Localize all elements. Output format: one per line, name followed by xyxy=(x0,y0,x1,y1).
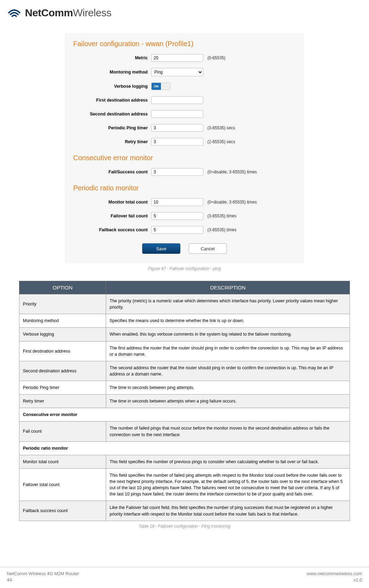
retry-timer-label: Retry timer xyxy=(73,139,151,144)
metric-label: Metric xyxy=(73,55,151,60)
cem-title: Consecutive error monitor xyxy=(73,154,296,162)
second-dest-input[interactable] xyxy=(151,110,203,118)
table-row: Verbose loggingWhen enabled, this logs v… xyxy=(19,328,350,341)
footer-url: www.netcommwireless.com xyxy=(307,571,362,577)
metric-hint: (0-65535) xyxy=(207,55,225,60)
footer-version: v1.0 xyxy=(307,577,362,583)
fail-success-hint: (0=disable, 3-65535) times xyxy=(207,170,257,174)
footer-page: 44 xyxy=(7,577,79,583)
retry-timer-input[interactable] xyxy=(151,138,203,146)
fail-success-label: Fail/Success count xyxy=(73,170,151,174)
fail-success-input[interactable] xyxy=(151,168,203,176)
failover-fail-input[interactable] xyxy=(151,212,203,220)
table-row: Failover total countThis field specifies… xyxy=(19,468,350,501)
failback-success-input[interactable] xyxy=(151,226,203,234)
figure-caption: Figure 47 - Failover configuration - pin… xyxy=(19,266,350,271)
page-footer: NetComm Wireless 4G M2M Router 44 www.ne… xyxy=(0,567,369,588)
table-row: Monitoring methodSpecifies the means use… xyxy=(19,314,350,328)
monitoring-select[interactable]: Ping xyxy=(151,68,203,76)
brand-name: NetCommWireless xyxy=(25,7,111,19)
monitoring-label: Montoring method xyxy=(73,70,151,75)
table-row: Periodic Ping timerThe time in seconds b… xyxy=(19,381,350,395)
failover-config-panel: Failover configuration - wwan (Profile1)… xyxy=(65,33,304,263)
first-dest-label: First destination address xyxy=(73,98,151,103)
first-dest-input[interactable] xyxy=(151,96,203,104)
failback-success-hint: (3-65535) times xyxy=(207,227,237,232)
table-row: PriorityThe priority (metric) is a numer… xyxy=(19,294,350,314)
th-description: DESCRIPTION xyxy=(106,281,350,294)
metric-input[interactable] xyxy=(151,54,203,62)
second-dest-label: Second destination address xyxy=(73,112,151,116)
ping-timer-label: Periodic Ping timer xyxy=(73,126,151,130)
config-title: Failover configuration - wwan (Profile1) xyxy=(73,40,296,48)
retry-timer-hint: (2-65535) secs xyxy=(207,139,235,144)
cancel-button[interactable]: Cancel xyxy=(189,243,227,254)
failback-success-label: Failback success count xyxy=(73,227,151,232)
prm-title: Periodic ratio monitor xyxy=(73,184,296,192)
monitor-total-hint: (0=disable, 3-65535) times xyxy=(207,200,257,205)
toggle-off-label xyxy=(161,83,170,90)
page-header: NetCommWireless xyxy=(0,0,369,23)
description-table: OPTION DESCRIPTION PriorityThe priority … xyxy=(19,281,350,521)
table-subhead: Consecutive error monitor xyxy=(19,408,350,422)
verbose-label: Verbose logging xyxy=(73,84,151,89)
table-row: Retry timerThe time in seconds between a… xyxy=(19,395,350,408)
save-button[interactable]: Save xyxy=(142,243,180,254)
monitor-total-input[interactable] xyxy=(151,198,203,206)
th-option: OPTION xyxy=(19,281,106,294)
table-row: Monitor total countThis field specifies … xyxy=(19,455,350,468)
verbose-toggle[interactable]: ON xyxy=(151,83,171,90)
footer-product: NetComm Wireless 4G M2M Router xyxy=(7,571,79,577)
toggle-on-label: ON xyxy=(152,83,161,90)
table-row: Fail countThe number of failed pings tha… xyxy=(19,422,350,441)
ping-timer-hint: (3-65535) secs xyxy=(207,126,235,130)
failover-fail-hint: (3-65535) times xyxy=(207,214,237,218)
table-subhead: Periodic ratio monitor xyxy=(19,441,350,455)
wifi-logo-icon xyxy=(7,6,22,19)
failover-fail-label: Failover fail count xyxy=(73,214,151,218)
table-row: First destination addressThe first addre… xyxy=(19,341,350,361)
ping-timer-input[interactable] xyxy=(151,124,203,132)
monitor-total-label: Monitor total count xyxy=(73,200,151,205)
table-row: Second destination addressThe second add… xyxy=(19,361,350,381)
table-row: Failback success countLike the Failover … xyxy=(19,501,350,521)
table-caption: Table 16 - Failover configuration - Ping… xyxy=(19,524,350,529)
